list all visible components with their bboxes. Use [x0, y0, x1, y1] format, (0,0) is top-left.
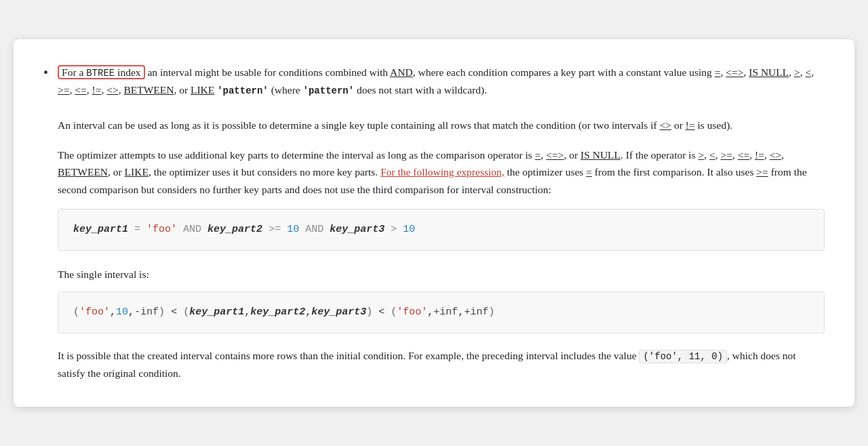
field2: key_part2 [208, 224, 262, 235]
close-paren-2: ) [366, 306, 372, 318]
lt2: < [378, 306, 391, 318]
open-paren-1: ( [73, 306, 79, 318]
interval-val2: 10 [116, 306, 128, 318]
kw-and2: AND [305, 224, 330, 235]
close-paren-3: ) [488, 306, 494, 318]
val1: 'foo' [146, 224, 177, 235]
pos-inf2: +inf [464, 306, 488, 318]
neg-inf: -inf [134, 306, 159, 318]
bullet-section: • For a BTREE index an interval might be… [43, 64, 825, 382]
open-paren-2: ( [183, 306, 189, 318]
op-gt: > [391, 224, 403, 235]
field3: key_part3 [330, 224, 384, 235]
code-block-expression: key_part1 = 'foo' AND key_part2 >= 10 AN… [58, 209, 825, 251]
interval-block: ('foo',10,-inf) < (key_part1,key_part2,k… [58, 291, 825, 333]
open-paren-3: ( [391, 306, 397, 318]
btree-index-highlight: For a BTREE index [58, 65, 145, 79]
interval-field3: key_part3 [311, 306, 366, 318]
field1: key_part1 [73, 224, 128, 235]
interval-field2: key_part2 [250, 306, 305, 318]
val3: 10 [403, 224, 415, 235]
interval-field1: key_part1 [189, 306, 244, 318]
paragraph-1: For a BTREE index an interval might be u… [58, 64, 825, 134]
interval-val3: 'foo' [397, 306, 427, 318]
val2: 10 [287, 224, 299, 235]
fc1: , [244, 306, 250, 318]
main-card: • For a BTREE index an interval might be… [14, 39, 854, 406]
kw-and1: AND [183, 224, 208, 235]
intro-text: an interval might be usable for conditio… [145, 66, 391, 78]
op-eq: = [134, 224, 146, 235]
bottom-paragraph: It is possible that the created interval… [58, 347, 825, 382]
op-gte: >= [269, 224, 287, 235]
comma3: , [427, 306, 433, 318]
bullet-content: For a BTREE index an interval might be u… [58, 64, 825, 382]
fc2: , [305, 306, 311, 318]
and-keyword: AND [390, 66, 413, 78]
comma2: , [128, 306, 134, 318]
close-paren-1: ) [159, 306, 165, 318]
lt1: < [171, 306, 183, 318]
single-interval-label: The single interval is: [58, 266, 825, 283]
interval-val1: 'foo' [79, 306, 110, 318]
pos-inf1: +inf [433, 306, 458, 318]
comma1: , [110, 306, 116, 318]
bullet-dot: • [43, 65, 48, 382]
inline-example: ('foo', 11, 0) [639, 350, 727, 363]
paragraph-2: The optimizer attempts to use additional… [58, 146, 825, 199]
following-expression: For the following expression, [380, 166, 505, 178]
